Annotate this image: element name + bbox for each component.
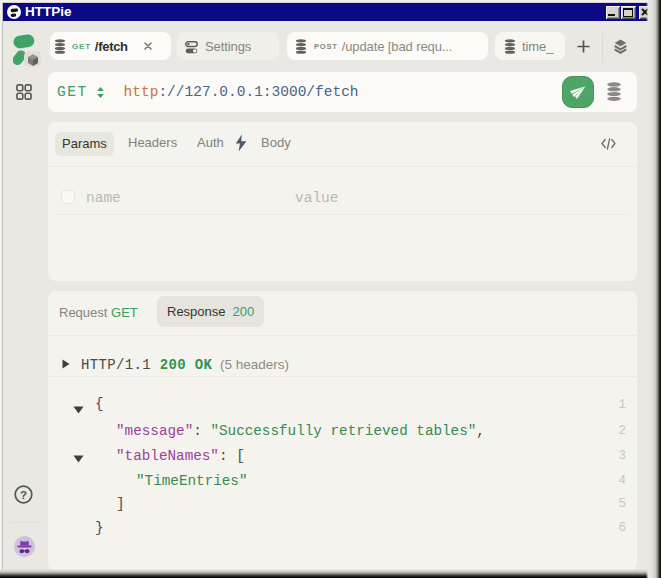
svg-text:?: ? [20,489,27,501]
